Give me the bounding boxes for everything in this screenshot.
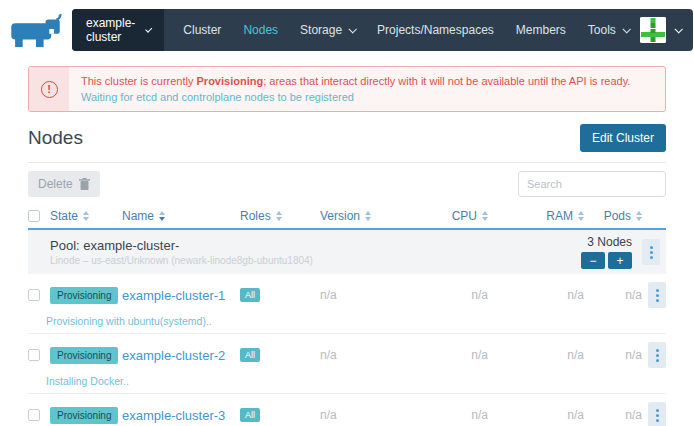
sort-icon <box>276 211 282 221</box>
chevron-down-icon <box>622 25 630 33</box>
table-toolbar: Delete <box>0 163 694 197</box>
column-header-ram[interactable]: RAM <box>488 209 584 223</box>
column-header-roles[interactable]: Roles <box>240 209 320 223</box>
row-checkbox[interactable] <box>28 289 40 301</box>
node-name-link[interactable]: example-cluster-2 <box>122 348 225 363</box>
nav-item-tools[interactable]: Tools <box>577 9 640 51</box>
row-kebab-menu[interactable] <box>648 402 666 426</box>
ram-cell: n/a <box>488 348 584 362</box>
version-cell: n/a <box>320 408 426 422</box>
alert-icon: ! <box>41 81 58 98</box>
top-bar: example-cluster Cluster Nodes Storage Pr… <box>0 0 694 60</box>
column-header-pods[interactable]: Pods <box>584 209 642 223</box>
alert-submessage: Waiting for etcd and controlplane nodes … <box>81 91 630 103</box>
alert-body: This cluster is currently Provisioning; … <box>69 67 642 111</box>
status-badge: Provisioning <box>50 287 118 304</box>
role-badge: All <box>240 288 260 302</box>
rancher-logo <box>6 10 66 50</box>
cpu-cell: n/a <box>426 288 488 302</box>
cpu-cell: n/a <box>426 408 488 422</box>
nodes-table: State Name Roles Version CPU RAM Pods <box>28 203 666 426</box>
cluster-selector[interactable]: example-cluster <box>72 9 164 51</box>
role-badge: All <box>240 348 260 362</box>
main-navbar: example-cluster Cluster Nodes Storage Pr… <box>72 9 693 51</box>
nav-item-nodes[interactable]: Nodes <box>232 9 289 51</box>
kebab-dot <box>656 289 659 292</box>
column-header-cpu[interactable]: CPU <box>426 209 488 223</box>
pool-info: Pool: example-cluster- Linode – us-east/… <box>34 238 313 266</box>
trash-icon <box>79 178 90 190</box>
table-header-row: State Name Roles Version CPU RAM Pods <box>28 203 666 230</box>
table-row: Provisioning example-cluster-2 All n/a n… <box>28 334 666 394</box>
version-cell: n/a <box>320 288 426 302</box>
sort-icon <box>83 211 89 221</box>
row-kebab-menu[interactable] <box>648 282 666 308</box>
plus-icon: + <box>616 255 623 267</box>
nav-item-members[interactable]: Members <box>505 9 577 51</box>
minus-icon: − <box>589 255 596 267</box>
page-title: Nodes <box>28 127 83 149</box>
alert-icon-box: ! <box>29 67 69 111</box>
pods-cell: n/a <box>584 288 642 302</box>
nav-items: Cluster Nodes Storage Projects/Namespace… <box>172 9 639 51</box>
node-name-link[interactable]: example-cluster-1 <box>122 288 225 303</box>
cpu-cell: n/a <box>426 348 488 362</box>
user-avatar <box>640 17 666 43</box>
select-all-checkbox[interactable] <box>28 210 40 222</box>
kebab-dot <box>656 349 659 352</box>
table-row: Provisioning example-cluster-3 All n/a n… <box>28 394 666 426</box>
pool-kebab-menu[interactable] <box>642 239 660 265</box>
pods-cell: n/a <box>584 408 642 422</box>
row-kebab-menu[interactable] <box>648 342 666 368</box>
nav-item-storage[interactable]: Storage <box>289 9 366 51</box>
chevron-down-icon <box>674 25 682 33</box>
sort-icon <box>159 211 165 221</box>
ram-cell: n/a <box>488 288 584 302</box>
row-checkbox[interactable] <box>28 409 40 421</box>
status-badge: Provisioning <box>50 407 118 424</box>
node-status-message: Installing Docker.. <box>28 368 666 387</box>
provisioning-alert-banner: ! This cluster is currently Provisioning… <box>28 66 666 112</box>
node-status-message: Provisioning with ubuntu(systemd).. <box>28 308 666 327</box>
column-header-version[interactable]: Version <box>320 209 426 223</box>
chevron-down-icon <box>349 25 357 33</box>
page-header: Nodes Edit Cluster <box>0 112 694 152</box>
pool-title: Pool: example-cluster- <box>50 238 313 253</box>
table-row: Provisioning example-cluster-1 All n/a n… <box>28 274 666 334</box>
nav-item-cluster[interactable]: Cluster <box>172 9 232 51</box>
role-badge: All <box>240 408 260 422</box>
chevron-down-icon <box>146 26 153 33</box>
delete-button[interactable]: Delete <box>28 171 100 197</box>
node-name-link[interactable]: example-cluster-3 <box>122 408 225 423</box>
cluster-selector-label: example-cluster <box>86 16 137 44</box>
sort-icon <box>365 211 371 221</box>
node-pool-row: Pool: example-cluster- Linode – us-east/… <box>28 230 666 274</box>
search-input[interactable] <box>518 171 666 197</box>
column-header-name[interactable]: Name <box>122 209 240 223</box>
pool-node-count: 3 Nodes <box>587 235 632 249</box>
user-menu[interactable] <box>640 17 693 43</box>
nav-item-projects-namespaces[interactable]: Projects/Namespaces <box>366 9 505 51</box>
kebab-dot <box>656 409 659 412</box>
alert-message: This cluster is currently Provisioning; … <box>81 75 630 87</box>
scale-down-button[interactable]: − <box>581 252 605 269</box>
scale-up-button[interactable]: + <box>608 252 632 269</box>
ram-cell: n/a <box>488 408 584 422</box>
version-cell: n/a <box>320 348 426 362</box>
row-checkbox[interactable] <box>28 349 40 361</box>
pods-cell: n/a <box>584 348 642 362</box>
pool-subtitle: Linode – us-east/Unknown (newark-linode8… <box>50 255 313 266</box>
status-badge: Provisioning <box>50 347 118 364</box>
column-header-state[interactable]: State <box>50 209 122 223</box>
sort-icon <box>636 211 642 221</box>
pool-controls: 3 Nodes − + <box>581 235 660 269</box>
edit-cluster-button[interactable]: Edit Cluster <box>580 124 666 152</box>
kebab-dot <box>650 246 653 249</box>
